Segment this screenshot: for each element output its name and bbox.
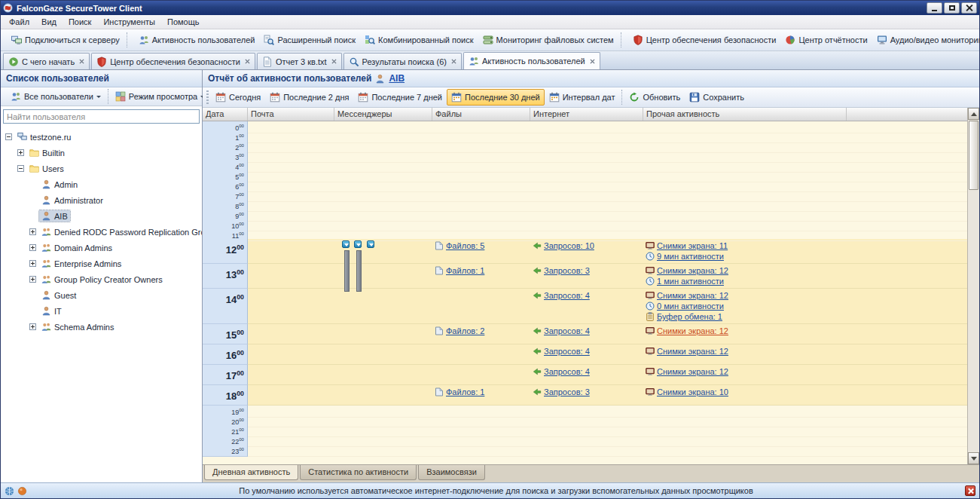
report-user-link[interactable]: AIB [389, 73, 405, 84]
last-7-days-button[interactable]: Последние 7 дней [353, 89, 447, 106]
menu-item-4[interactable]: Помощь [161, 16, 206, 28]
tab-daily-activity[interactable]: Дневная активность [204, 465, 298, 480]
tree-item-label: testzone.ru [30, 133, 71, 142]
files-cell [432, 289, 530, 324]
activity-minutes-link[interactable]: 0 мин активности [657, 302, 724, 311]
menu-item-0[interactable]: Файл [3, 16, 35, 28]
report-center-button[interactable]: Центр отчётности [780, 32, 872, 48]
tab-close-icon[interactable] [245, 59, 250, 64]
tree-item-admin[interactable]: Admin [1, 176, 202, 192]
file-monitor-button[interactable]: Мониторинг файловых систем [478, 32, 618, 48]
requests-link[interactable]: Запросов: 4 [544, 326, 590, 335]
close-button[interactable] [961, 2, 977, 14]
screenshots-link[interactable]: Снимки экрана: 12 [657, 266, 728, 275]
column-header-4[interactable]: Интернет [530, 108, 643, 121]
tab-user-activity[interactable]: Активность пользователей [463, 52, 600, 69]
all-users-dropdown[interactable]: Все пользователи [6, 88, 105, 105]
tab-close-icon[interactable] [590, 59, 595, 64]
files-link[interactable]: Файлов: 1 [446, 387, 484, 396]
tree-item-domain-admins[interactable]: Domain Admins [1, 240, 202, 256]
tab-close-icon[interactable] [79, 59, 84, 64]
requests-link[interactable]: Запросов: 4 [544, 367, 590, 376]
expand-icon[interactable] [29, 244, 36, 251]
tab-close-icon[interactable] [451, 59, 456, 64]
tree-item-administrator[interactable]: Administrator [1, 192, 202, 208]
combined-search-button[interactable]: Комбинированный поиск [360, 32, 478, 48]
screenshots-link[interactable]: Снимки экрана: 12 [657, 347, 728, 356]
security-center-icon [633, 35, 643, 45]
column-header-2[interactable]: Мессенджеры [334, 108, 432, 121]
menu-item-3[interactable]: Инструменты [97, 16, 161, 28]
tab-activity-stats[interactable]: Статистика по активности [300, 465, 417, 480]
tree-item-schema-admins[interactable]: Schema Admins [1, 319, 202, 335]
activity-minutes-link[interactable]: 1 мин активности [657, 277, 724, 286]
vertical-scrollbar[interactable] [967, 108, 979, 464]
tree-item-it[interactable]: IT [1, 303, 202, 319]
view-mode-dropdown[interactable]: Режим просмотра [111, 88, 209, 105]
tree-item-builtin[interactable]: Builtin [1, 145, 202, 161]
find-user-input[interactable] [3, 109, 200, 124]
tab-security-center[interactable]: Центр обеспечения безопасности [91, 53, 255, 69]
tree-item-testzone-ru[interactable]: testzone.ru [1, 129, 202, 145]
activity-minutes-link[interactable]: 9 мин активности [657, 252, 724, 261]
scroll-up-button[interactable] [968, 108, 979, 120]
save-button[interactable]: Сохранить [685, 89, 749, 106]
expand-icon[interactable] [17, 149, 24, 156]
advanced-search-button[interactable]: Расширенный поиск [259, 32, 360, 48]
requests-link[interactable]: Запросов: 4 [544, 291, 590, 300]
menu-item-2[interactable]: Поиск [63, 16, 97, 28]
user-activity-button[interactable]: Активность пользователей [134, 32, 260, 48]
av-monitoring-button[interactable]: Аудио/видео мониторинг [872, 32, 979, 48]
internet-cell [530, 445, 643, 457]
tab-report-file[interactable]: Отчет 3 кв.txt [257, 53, 342, 69]
clipboard-link[interactable]: Буфер обмена: 1 [657, 312, 722, 321]
menu-item-1[interactable]: Вид [35, 16, 63, 28]
screenshots-link[interactable]: Снимки экрана: 12 [657, 291, 728, 300]
maximize-button[interactable] [944, 2, 960, 14]
tree-item-denied-rodc[interactable]: Denied RODC Password Replication Group [1, 224, 202, 240]
collapse-icon[interactable] [17, 165, 24, 172]
collapse-icon[interactable] [5, 133, 12, 140]
toolbar-button-label: Активность пользователей [152, 35, 255, 44]
security-center-button[interactable]: Центр обеспечения безопасности [628, 32, 781, 48]
column-header-5[interactable]: Прочая активность [643, 108, 847, 121]
files-link[interactable]: Файлов: 5 [446, 241, 484, 250]
screenshots-link[interactable]: Снимки экрана: 12 [657, 326, 728, 335]
tab-search-results[interactable]: Результаты поиска (6) [343, 53, 462, 69]
files-link[interactable]: Файлов: 1 [446, 266, 484, 275]
tree-item-gpco[interactable]: Group Policy Creator Owners [1, 271, 202, 287]
screenshots-link[interactable]: Снимки экрана: 10 [657, 387, 728, 396]
tab-relations[interactable]: Взаимосвязи [418, 465, 485, 480]
requests-link[interactable]: Запросов: 10 [544, 241, 594, 250]
expand-icon[interactable] [29, 228, 36, 235]
refresh-button[interactable]: Обновить [624, 89, 685, 106]
last-30-days-button[interactable]: Последние 30 дней [447, 89, 545, 106]
expand-icon[interactable] [29, 260, 36, 267]
date-interval-button[interactable]: Интервал дат [545, 89, 620, 106]
expand-icon[interactable] [29, 323, 36, 330]
scroll-thumb[interactable] [969, 121, 978, 190]
tab-getting-started[interactable]: С чего начать [3, 53, 90, 69]
today-button[interactable]: Сегодня [211, 89, 265, 106]
column-header-3[interactable]: Файлы [432, 108, 530, 121]
filler-cell [847, 239, 967, 264]
tab-close-icon[interactable] [331, 59, 337, 64]
screenshots-link[interactable]: Снимки экрана: 12 [657, 367, 728, 376]
statusbar-close-button[interactable] [965, 485, 975, 496]
connect-server-button[interactable]: Подключиться к серверу [7, 32, 124, 48]
screenshots-link[interactable]: Снимки экрана: 11 [657, 241, 728, 250]
requests-link[interactable]: Запросов: 4 [544, 347, 590, 356]
tree-item-aib[interactable]: AIB [1, 208, 202, 224]
minimize-button[interactable] [927, 2, 942, 14]
expand-icon[interactable] [29, 276, 36, 283]
requests-link[interactable]: Запросов: 3 [544, 266, 590, 275]
last-2-days-button[interactable]: Последние 2 дня [265, 89, 353, 106]
requests-link[interactable]: Запросов: 3 [544, 387, 590, 396]
tree-item-users[interactable]: Users [1, 161, 202, 176]
column-header-1[interactable]: Почта [248, 108, 334, 121]
tree-item-guest[interactable]: Guest [1, 287, 202, 303]
column-header-0[interactable]: Дата [203, 108, 248, 121]
files-link[interactable]: Файлов: 2 [446, 326, 484, 335]
scroll-down-button[interactable] [968, 452, 979, 464]
tree-item-enterprise-admins[interactable]: Enterprise Admins [1, 256, 202, 271]
